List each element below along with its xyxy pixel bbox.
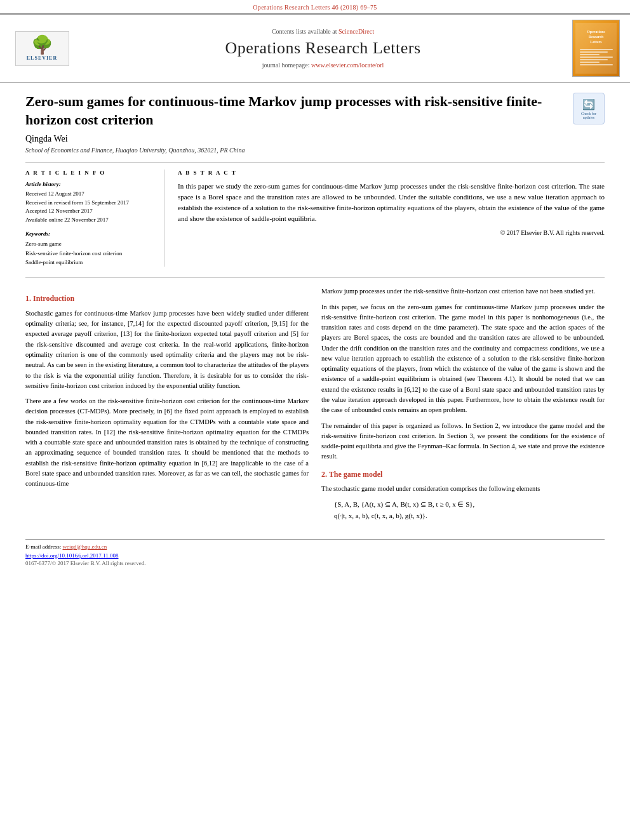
- contents-available-text: Contents lists available at: [272, 28, 337, 35]
- keyword-1: Zero-sum game: [25, 239, 154, 248]
- email-label: E-mail address:: [25, 543, 61, 550]
- journal-ref-text: Operations Research Letters 46 (2018) 69…: [253, 4, 377, 11]
- cover-line-7: [580, 64, 613, 65]
- section2-title: The game model: [329, 470, 383, 479]
- keyword-2: Risk-sensitive finite-horizon cost crite…: [25, 249, 154, 258]
- article-info-abstract: A R T I C L E I N F O Article history: R…: [25, 170, 605, 267]
- email-link[interactable]: weiqd@hqu.edu.cn: [62, 543, 107, 550]
- abstract-header: A B S T R A C T: [178, 170, 605, 176]
- cover-line-1: [580, 49, 613, 50]
- article-author: Qingda Wei: [25, 134, 566, 144]
- article-title: Zero-sum games for continuous-time Marko…: [25, 93, 566, 129]
- cover-line-5: [580, 59, 608, 60]
- sciencedirect-link[interactable]: ScienceDirect: [338, 28, 374, 35]
- abstract-column: A B S T R A C T In this paper we study t…: [178, 170, 605, 267]
- homepage-label: journal homepage:: [262, 62, 310, 69]
- page-footer: E-mail address: weiqd@hqu.edu.cn https:/…: [25, 539, 605, 566]
- keyword-3: Saddle-point equilibrium: [25, 258, 154, 267]
- homepage-url[interactable]: www.elsevier.com/locate/orl: [311, 62, 384, 69]
- cover-line-2: [580, 51, 608, 53]
- section-divider-2: [25, 277, 605, 277]
- section1-right-para3: The remainder of this paper is organized…: [321, 421, 605, 462]
- cover-lines: [580, 48, 613, 67]
- footer-issn: 0167-6377/© 2017 Elsevier B.V. All right…: [25, 560, 605, 566]
- journal-cover-image: OperationsResearchLetters: [572, 20, 620, 77]
- section1-number: 1.: [25, 294, 31, 303]
- elsevier-brand-text: ELSEVIER: [27, 55, 57, 61]
- page-wrapper: Operations Research Letters 46 (2018) 69…: [0, 0, 630, 840]
- body-right-column: Markov jump processes under the risk-sen…: [321, 286, 605, 526]
- available-date: Available online 22 November 2017: [25, 216, 154, 225]
- section2-para1: The stochastic game model under consider…: [321, 484, 605, 494]
- math-line-1: {S, A, B, {A(t, x) ⊆ A, B(t, x) ⊆ B, t ≥…: [334, 499, 592, 510]
- check-updates-icon: 🔄: [582, 98, 595, 110]
- revised-date: Received in revised form 15 September 20…: [25, 199, 154, 208]
- section1-right-para2: In this paper, we focus on the zero-sum …: [321, 302, 605, 416]
- section1-para2: There are a few works on the risk-sensit…: [25, 396, 309, 489]
- article-title-text: Zero-sum games for continuous-time Marko…: [25, 93, 566, 154]
- body-columns: 1. Introduction Stochastic games for con…: [25, 286, 605, 526]
- check-updates-badge: 🔄 Check for updates: [573, 93, 605, 124]
- received-date: Received 12 August 2017: [25, 190, 154, 199]
- article-info-column: A R T I C L E I N F O Article history: R…: [25, 170, 165, 267]
- journal-homepage-line: journal homepage: www.elsevier.com/locat…: [80, 62, 566, 69]
- accepted-date: Accepted 12 November 2017: [25, 207, 154, 216]
- section1-right-para1: Markov jump processes under the risk-sen…: [321, 286, 605, 297]
- journal-main-title: Operations Research Letters: [80, 39, 566, 58]
- cover-line-3: [580, 54, 600, 55]
- history-label: Article history:: [25, 181, 154, 187]
- article-title-section: Zero-sum games for continuous-time Marko…: [25, 93, 605, 154]
- body-right-text: Markov jump processes under the risk-sen…: [321, 286, 605, 521]
- elsevier-tree-icon: 🌳: [31, 36, 53, 54]
- cover-line-6: [580, 62, 600, 63]
- abstract-text: In this paper we study the zero-sum game…: [178, 181, 605, 224]
- math-display-1: {S, A, B, {A(t, x) ⊆ A, B(t, x) ⊆ B, t ≥…: [334, 499, 592, 521]
- section1-heading: 1. Introduction: [25, 293, 309, 305]
- journal-title-block: Contents lists available at ScienceDirec…: [80, 28, 566, 69]
- section1-para1: Stochastic games for continuous-time Mar…: [25, 309, 309, 391]
- footer-email: E-mail address: weiqd@hqu.edu.cn: [25, 543, 605, 550]
- elsevier-logo-image: 🌳 ELSEVIER: [15, 31, 69, 66]
- section2-number: 2.: [321, 470, 327, 479]
- keywords-label: Keywords:: [25, 230, 154, 237]
- journal-reference-line: Operations Research Letters 46 (2018) 69…: [0, 0, 630, 13]
- article-info-header: A R T I C L E I N F O: [25, 170, 154, 176]
- cover-title: OperationsResearchLetters: [587, 30, 605, 44]
- elsevier-logo: 🌳 ELSEVIER: [10, 31, 74, 66]
- check-updates-label: Check for updates: [576, 112, 601, 119]
- section1-title: Introduction: [33, 294, 74, 303]
- journal-header: 🌳 ELSEVIER Contents lists available at S…: [0, 13, 630, 83]
- doi-link[interactable]: https://doi.org/10.1016/j.orl.2017.11.00…: [25, 552, 119, 559]
- section-divider-1: [25, 163, 605, 163]
- main-content: Zero-sum games for continuous-time Marko…: [0, 83, 630, 577]
- math-line-2: q(·|t, x, a, b), c(t, x, a, b), g(t, x)}…: [334, 510, 592, 521]
- body-left-column: 1. Introduction Stochastic games for con…: [25, 286, 309, 526]
- cover-text-block: OperationsResearchLetters: [575, 23, 617, 74]
- section2-heading: 2. The game model: [321, 469, 605, 481]
- cover-line-4: [580, 57, 613, 58]
- footer-doi: https://doi.org/10.1016/j.orl.2017.11.00…: [25, 552, 605, 559]
- abstract-copyright: © 2017 Elsevier B.V. All rights reserved…: [178, 229, 605, 236]
- body-left-text: 1. Introduction Stochastic games for con…: [25, 293, 309, 489]
- sciencedirect-line: Contents lists available at ScienceDirec…: [80, 28, 566, 35]
- article-affiliation: School of Economics and Finance, Huaqiao…: [25, 147, 566, 154]
